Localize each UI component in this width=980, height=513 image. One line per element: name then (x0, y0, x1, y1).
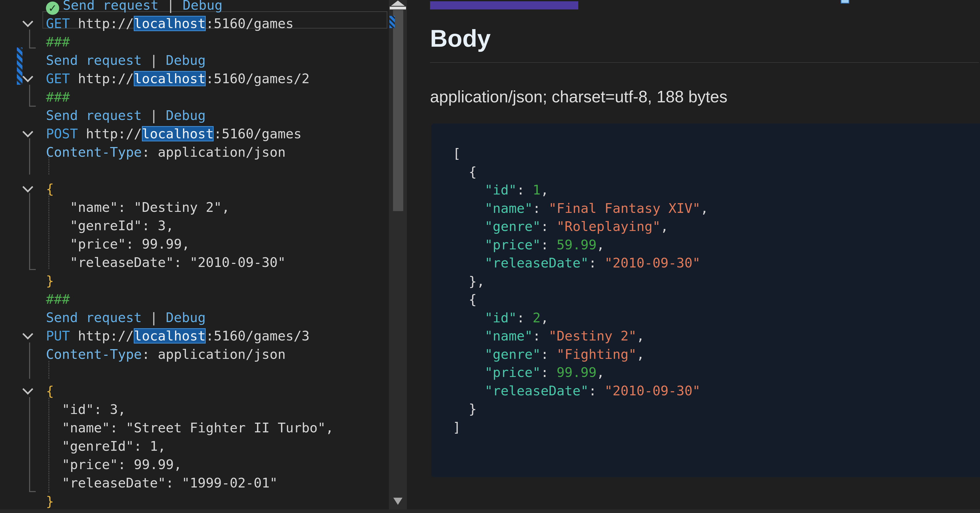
json-punctuation (453, 365, 485, 380)
code-line[interactable]: "genreId": 3, (46, 217, 389, 235)
link-separator: | (142, 310, 166, 325)
json-punctuation: : (517, 182, 533, 198)
indent-guide (48, 193, 49, 269)
code-line[interactable] (46, 363, 389, 382)
json-number-value: 59.99 (557, 237, 597, 252)
code-line[interactable]: ### (46, 88, 389, 106)
json-punctuation (453, 255, 485, 271)
code-line[interactable]: GET http://localhost:5160/games (46, 14, 389, 33)
code-line[interactable]: Send request | Debug (46, 51, 389, 69)
code-line[interactable]: ✓Send request | Debug (46, 0, 389, 14)
response-line: "genre": "Roleplaying", (453, 217, 708, 236)
chevron-down-icon[interactable] (22, 329, 33, 339)
json-punctuation (453, 383, 485, 398)
response-line: "name": "Final Fantasy XIV", (453, 199, 708, 218)
horizontal-scrollbar[interactable] (0, 510, 980, 513)
code-line[interactable]: { (46, 180, 389, 198)
code-line[interactable]: Send request | Debug (46, 106, 389, 124)
send-request-link[interactable]: Send request (46, 310, 142, 325)
fold-guide (29, 397, 36, 492)
response-json-lines: [ { "id": 1, "name": "Final Fantasy XIV"… (453, 145, 708, 437)
code-line[interactable]: POST http://localhost:5160/games (46, 124, 389, 143)
json-number-value: 2 (533, 310, 541, 325)
send-request-link[interactable]: Send request (46, 108, 142, 123)
chevron-down-icon[interactable] (22, 72, 33, 82)
code-line[interactable]: Content-Type: application/json (46, 143, 389, 161)
code-line[interactable]: "releaseDate": "2010-09-30" (46, 253, 389, 272)
code-text: :5160/games (213, 126, 301, 142)
code-line[interactable]: } (46, 492, 389, 510)
code-line[interactable]: "price": 99.99, (46, 455, 389, 474)
code-text: "genreId": 3, (46, 218, 174, 233)
code-line[interactable]: "name": "Destiny 2", (46, 198, 389, 217)
send-request-link[interactable]: Send request (46, 53, 142, 68)
debug-link[interactable]: Debug (166, 310, 206, 325)
code-line[interactable] (46, 161, 389, 180)
json-punctuation (453, 219, 485, 234)
code-line[interactable]: Content-Type: application/json (46, 345, 389, 363)
chevron-down-icon[interactable] (22, 127, 33, 137)
json-key: "genre" (485, 347, 541, 362)
json-punctuation: , (597, 365, 605, 380)
json-string-value: "Final Fantasy XIV" (549, 201, 700, 216)
json-punctuation: , (700, 201, 708, 216)
json-key: "genre" (485, 219, 541, 234)
code-line[interactable]: Send request | Debug (46, 308, 389, 327)
code-text: "genreId": 1, (46, 438, 166, 454)
http-method: GET (46, 71, 70, 86)
response-line: "genre": "Fighting", (453, 345, 708, 364)
response-line: "price": 59.99, (453, 236, 708, 254)
code-text: "price": 99.99, (46, 236, 190, 252)
scrollbar-thumb[interactable] (393, 10, 403, 211)
debug-link[interactable]: Debug (183, 0, 223, 13)
json-key: "price" (485, 365, 541, 380)
code-text: :5160/games (206, 16, 293, 31)
json-punctuation: : (533, 328, 549, 344)
fold-guide (29, 138, 36, 175)
debug-link[interactable]: Debug (166, 108, 206, 123)
localhost-word-highlight: localhost (142, 126, 214, 142)
header-name: Content-Type (46, 145, 142, 160)
json-punctuation: { (453, 292, 477, 307)
code-line[interactable]: GET http://localhost:5160/games/2 (46, 69, 389, 88)
json-punctuation: : (541, 347, 557, 362)
fold-guide (29, 85, 36, 107)
code-text: http:// (70, 16, 134, 31)
code-text: http:// (70, 71, 134, 86)
json-punctuation (453, 237, 485, 252)
brace: } (46, 494, 54, 509)
code-line[interactable]: ### (46, 33, 389, 51)
chevron-down-icon[interactable] (22, 384, 33, 395)
json-punctuation: { (453, 164, 477, 179)
code-line[interactable]: "name": "Street Fighter II Turbo", (46, 419, 389, 437)
json-punctuation: ] (453, 420, 461, 435)
fold-guide (29, 193, 36, 270)
debug-link[interactable]: Debug (166, 53, 206, 68)
http-file-editor[interactable]: ✓Send request | DebugGET http://localhos… (46, 0, 389, 510)
progress-accent-bar (430, 1, 578, 10)
chevron-down-icon[interactable] (22, 16, 33, 27)
triangle-down-icon[interactable] (393, 498, 402, 505)
code-line[interactable]: "price": 99.99, (46, 235, 389, 253)
json-punctuation: , (660, 219, 668, 234)
response-line: "releaseDate": "2010-09-30" (453, 254, 708, 272)
json-punctuation: }, (453, 274, 485, 289)
json-punctuation: , (541, 310, 549, 325)
code-line[interactable]: "releaseDate": "1999-02-01" (46, 474, 389, 492)
code-line[interactable]: "id": 3, (46, 400, 389, 419)
code-line[interactable]: { (46, 382, 389, 400)
json-key: "id" (485, 182, 517, 198)
triangle-up-icon[interactable] (391, 0, 405, 6)
code-line[interactable]: PUT http://localhost:5160/games/3 (46, 327, 389, 345)
code-line[interactable]: "genreId": 1, (46, 437, 389, 455)
code-line[interactable]: ### (46, 290, 389, 308)
chevron-down-icon[interactable] (22, 182, 33, 193)
json-string-value: "Fighting" (557, 347, 636, 362)
send-request-link[interactable]: Send request (63, 0, 159, 13)
brace: { (46, 181, 54, 196)
code-line[interactable]: } (46, 272, 389, 290)
response-body-heading: Body (430, 24, 491, 52)
clipped-button[interactable] (841, 0, 850, 3)
brace: { (46, 383, 54, 399)
code-text: :5160/games/2 (206, 71, 310, 86)
